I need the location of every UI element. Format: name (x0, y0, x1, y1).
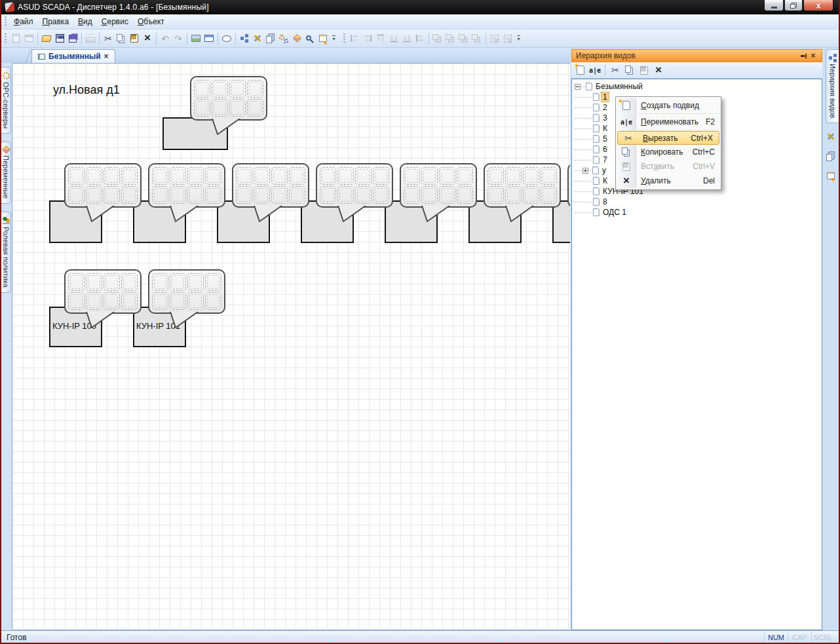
opc-servers-icon[interactable] (277, 32, 290, 45)
copy-icon[interactable] (115, 32, 128, 45)
rename-icon[interactable] (588, 64, 601, 77)
view-page-icon (593, 114, 600, 122)
diagram-callout[interactable] (64, 269, 142, 314)
tools-icon[interactable] (251, 32, 264, 45)
sidebar-tab-opc-servers[interactable]: OPC-серверы (1, 67, 11, 134)
cut-icon[interactable] (102, 32, 115, 45)
pin-icon[interactable] (799, 51, 809, 60)
diagram-canvas[interactable]: ул.Новая д1 КУН-IP 100КУН-IP 101 (12, 63, 570, 630)
diagram-callout[interactable] (484, 163, 561, 208)
menu-edit[interactable]: Правка (38, 15, 74, 28)
close-button[interactable]: x (803, 0, 833, 11)
diagram-callout[interactable] (190, 76, 267, 121)
caps-lock-indicator: CAP (788, 632, 811, 643)
diagram-callout[interactable] (400, 163, 477, 208)
copy-icon (618, 145, 635, 159)
tree-item[interactable]: 8 (572, 197, 822, 207)
tree-item-label: 7 (603, 155, 607, 164)
context-menu-item[interactable]: Создать подвид (616, 98, 721, 113)
save-icon[interactable] (53, 32, 66, 45)
toolbar-overflow-icon[interactable] (330, 32, 338, 45)
callout-cell (404, 186, 420, 204)
form-edit-icon[interactable] (824, 169, 837, 182)
callout-cell (254, 167, 270, 185)
panel-header: Иерархия видов × (571, 49, 822, 62)
dock-tab-hierarchy[interactable]: Иерархия видов (826, 49, 839, 123)
export-image-icon[interactable] (189, 32, 202, 45)
callout-cell (187, 186, 204, 204)
restore-button[interactable] (784, 0, 803, 11)
send-back-icon (444, 32, 457, 45)
expand-icon[interactable]: + (582, 168, 588, 174)
diagram-callout[interactable] (232, 163, 309, 208)
menu-file[interactable]: Файл (9, 15, 38, 28)
new-subview-icon[interactable] (574, 64, 587, 77)
tab-untitled[interactable]: Безымянный × (31, 49, 115, 63)
cut-icon[interactable] (609, 64, 622, 77)
callout-cell (541, 167, 557, 185)
tree-item[interactable]: ОДС 1 (572, 207, 822, 218)
save-all-icon[interactable] (66, 32, 79, 45)
callout-cell (104, 186, 120, 204)
context-menu-item[interactable]: ПереименоватьF2 (616, 115, 721, 129)
callout-cell (523, 167, 539, 185)
paste-icon[interactable] (128, 32, 141, 45)
documents-icon[interactable] (824, 149, 837, 162)
documents-icon[interactable] (264, 32, 277, 45)
minimize-button[interactable] (764, 0, 784, 11)
callout-cell (104, 273, 120, 291)
menu-item-label: Вырезать (643, 134, 678, 143)
callout-cell (271, 167, 288, 185)
tree-item-label: 3 (603, 113, 607, 123)
delete-icon[interactable] (141, 32, 154, 45)
panel-close-icon[interactable]: × (809, 51, 818, 60)
tree-item[interactable]: −Безымянный (572, 81, 822, 92)
comment-icon[interactable] (220, 32, 233, 45)
tree-item-label: 1 (601, 92, 609, 102)
preview-icon[interactable] (303, 32, 316, 45)
toolbar-overflow-icon[interactable] (514, 32, 523, 45)
menu-service[interactable]: Сервис (97, 15, 133, 28)
context-menu-item[interactable]: КопироватьCtrl+C (616, 145, 721, 159)
delete-icon (618, 174, 635, 187)
sidebar-tab-variables[interactable]: Переменные (1, 142, 11, 204)
hierarchy-icon[interactable] (238, 32, 251, 45)
variables-icon (2, 145, 10, 154)
menu-object[interactable]: Объект (133, 15, 169, 28)
menu-item-shortcut: F2 (706, 117, 715, 126)
variables-icon[interactable] (290, 32, 303, 45)
sidebar-tab-role-policy[interactable]: Ролевая политика (1, 212, 11, 293)
send-backward-icon (470, 32, 484, 45)
open-icon[interactable] (40, 32, 53, 45)
callout-cell (68, 292, 85, 310)
collapse-icon[interactable]: − (575, 84, 581, 90)
tabstrip-slant (18, 48, 32, 63)
tools-icon[interactable] (824, 130, 837, 143)
diagram-callout[interactable] (567, 163, 570, 208)
properties-icon[interactable] (202, 32, 216, 45)
main-toolbar (9, 32, 338, 45)
toolbar-grip (5, 16, 7, 27)
street-text-object[interactable]: ул.Новая д1 (53, 83, 120, 97)
diagram-callout[interactable] (316, 163, 393, 208)
context-menu-item[interactable]: ВырезатьCtrl+X (617, 131, 719, 145)
menu-view[interactable]: Вид (73, 15, 97, 28)
delete-icon[interactable] (652, 64, 665, 77)
tree-item-label: К (603, 176, 607, 185)
new-view-icon (9, 32, 22, 45)
diagram-callout[interactable] (148, 269, 225, 314)
copy-icon[interactable] (623, 64, 636, 77)
panel-title: Иерархия видов (576, 51, 799, 60)
tab-close-icon[interactable]: × (104, 52, 109, 60)
callout-cell (68, 167, 85, 185)
form-edit-icon[interactable] (316, 32, 330, 45)
view-page-icon (586, 83, 592, 90)
context-menu-item[interactable]: УдалитьDel (616, 174, 721, 188)
diagram-callout[interactable] (148, 163, 225, 208)
diagram-callout[interactable] (64, 163, 142, 208)
callout-cell (205, 292, 221, 310)
callout-cell (373, 167, 389, 185)
diagram-block[interactable] (162, 117, 228, 150)
callout-cell (68, 273, 85, 291)
paste-icon (618, 160, 635, 173)
